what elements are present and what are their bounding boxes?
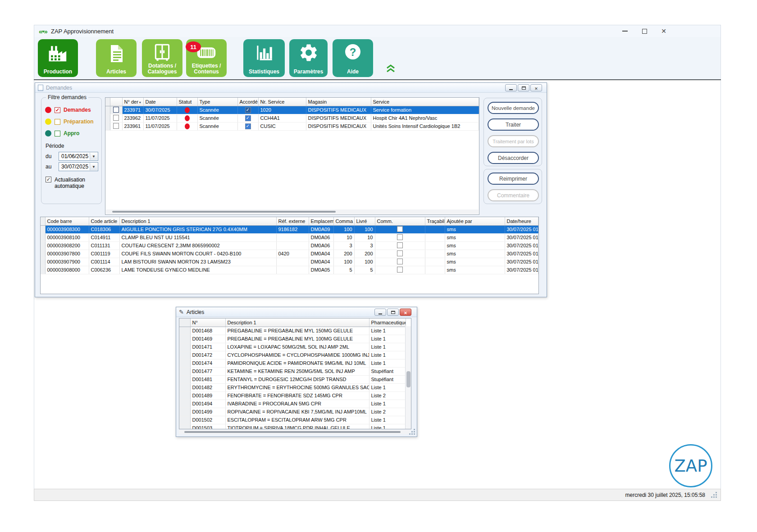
article-row[interactable]: D001472CYCLOPHOSPHAMIDE = CYCLOPHOSPHAMI… (179, 351, 406, 359)
column-header-num[interactable]: N° (190, 318, 225, 327)
column-header-date[interactable]: Date (143, 98, 177, 106)
column-header-cmd[interactable]: Comma (333, 217, 354, 225)
app-maximize-button[interactable] (638, 27, 651, 36)
detail-row[interactable]: 000003907800 C001119 COUPE FILS SWANN MO… (41, 250, 538, 258)
scrollbar-thumb[interactable] (406, 371, 410, 387)
comment-checkbox[interactable] (397, 226, 403, 232)
commentaire-button[interactable]: Commentaire (488, 189, 539, 201)
articles-maximize-button[interactable] (387, 309, 399, 316)
column-header-comm[interactable]: Comm. (375, 217, 425, 225)
app-close-button[interactable]: ✕ (657, 27, 670, 36)
request-row[interactable]: 233971 30/07/2025 Scannée 1020 DISPOSITI… (105, 106, 479, 114)
column-header-empl[interactable]: Emplacement r (309, 217, 333, 225)
column-header-barcode[interactable]: Code barre (45, 217, 89, 225)
articles-horizontal-scrollbar[interactable] (179, 430, 410, 434)
row-select-checkbox[interactable] (113, 115, 119, 121)
date-from-combobox[interactable]: 01/06/2025 ▼ (59, 152, 98, 161)
auto-refresh-checkbox[interactable] (46, 177, 51, 182)
nouvelle-demande-button[interactable]: Nouvelle demande (488, 102, 539, 114)
toolbar-button-aide[interactable]: ? Aide (333, 39, 373, 77)
appro-checkbox[interactable] (55, 131, 60, 136)
scrollbar-thumb[interactable] (112, 211, 336, 213)
app-minimize-button[interactable] (618, 27, 632, 36)
chevron-down-icon[interactable]: ▼ (90, 163, 97, 170)
toolbar-button-articles[interactable]: Articles (96, 39, 137, 77)
request-row[interactable]: 233961 11/07/2025 Scannée CUSIC DISPOSIT… (105, 122, 479, 130)
article-row[interactable]: D001474PAMIDRONIQUE ACIDE = PAMIDRONATE … (179, 359, 406, 367)
detail-row[interactable]: 000003908300 C018306 AIGUILLE PONCTION G… (41, 225, 538, 233)
traitement-par-lots-button[interactable]: Traitement par lots (488, 135, 539, 147)
request-row[interactable]: 233962 11/07/2025 Scannée CCH4A1 DISPOSI… (105, 114, 479, 122)
detail-row[interactable]: 000003907900 C001114 LAM BISTOURI SWANN … (41, 258, 538, 266)
detail-row[interactable]: 000003908200 C011131 COUTEAU CRESCENT 2,… (41, 241, 538, 250)
demandes-close-button[interactable] (530, 84, 542, 91)
article-row[interactable]: D001502ESCITALOPRAM = ESCITALOPRAM ARW 5… (179, 416, 406, 424)
column-header-select[interactable] (110, 98, 122, 106)
articles-vertical-scrollbar[interactable] (405, 326, 411, 429)
row-select-checkbox[interactable] (113, 123, 119, 129)
toolbar-button-statistiques[interactable]: Statistiques (243, 39, 285, 77)
article-row[interactable]: D001482ERYTHROMYCINE = ERYTHROCINE 500MG… (179, 383, 406, 391)
demandes-maximize-button[interactable] (518, 84, 529, 91)
detail-row[interactable]: 000003908000 C006236 LAME TONDEUSE GYNEC… (41, 266, 538, 274)
row-select-checkbox[interactable] (113, 107, 119, 113)
comment-checkbox[interactable] (397, 250, 403, 256)
articles-minimize-button[interactable] (374, 309, 386, 316)
column-header-ref[interactable]: Réf. externe (276, 217, 309, 225)
resize-grip[interactable] (414, 429, 415, 430)
resize-grip[interactable] (716, 492, 717, 493)
article-row[interactable]: D001471LOXAPINE = LOXAPAC 50MG/2ML SOL I… (179, 343, 406, 351)
reimprimer-button[interactable]: Reimprimer (488, 173, 539, 185)
column-header-desc[interactable]: Description 1 (119, 217, 276, 225)
column-header-trac[interactable]: Traçabilit (425, 217, 445, 225)
accorde-checkbox[interactable] (245, 123, 251, 129)
maximize-icon (522, 86, 526, 90)
collapse-toolbar-chevrons[interactable] (386, 64, 396, 75)
demandes-minimize-button[interactable] (505, 84, 517, 91)
column-header-ajoutee[interactable]: Ajoutée par (445, 217, 505, 225)
accorde-checkbox[interactable] (245, 115, 251, 121)
articles-close-button[interactable] (400, 309, 411, 316)
toolbar-button-production[interactable]: Production (38, 39, 78, 77)
column-header-statut[interactable]: Statut (177, 98, 197, 106)
requests-horizontal-scrollbar[interactable] (106, 209, 479, 214)
accorde-checkbox[interactable] (245, 107, 251, 113)
comment-checkbox[interactable] (397, 242, 403, 248)
column-header-desc[interactable]: Description 1 (225, 318, 369, 327)
column-header-code[interactable]: Code article (89, 217, 119, 225)
article-row[interactable]: D001499ROPIVACAINE = ROPIVACAINE KBI 7,5… (179, 408, 406, 416)
preparation-checkbox[interactable] (55, 119, 60, 125)
article-row[interactable]: D001468PREGABALINE = PREGABALINE MYL 150… (179, 327, 406, 335)
chevron-down-icon[interactable]: ▼ (90, 153, 97, 160)
article-row[interactable]: D001477KETAMINE = KETAMINE REN 250MG/5ML… (179, 367, 406, 375)
column-header-num[interactable]: N° der (122, 98, 143, 106)
articles-table: N° Description 1 Pharmaceutique D001468P… (179, 318, 411, 429)
comment-checkbox[interactable] (397, 234, 403, 240)
article-row[interactable]: D001503TIOTROPIUM = SPIRIVA 18MCG PDR IN… (179, 424, 406, 429)
date-to-combobox[interactable]: 30/07/2025 ▼ (59, 162, 98, 171)
column-header-accorde[interactable]: Accordé (237, 98, 258, 106)
article-row[interactable]: D001481FENTANYL = DUROGESIC 12MCG/H DISP… (179, 375, 406, 383)
toolbar-button-dotations[interactable]: Dotations / Catalogues (142, 39, 182, 77)
toolbar-button-parametres[interactable]: Paramètres (289, 39, 328, 77)
demandes-checkbox[interactable] (55, 107, 60, 113)
close-icon (404, 308, 407, 316)
column-header-livre[interactable]: Livré (354, 217, 375, 225)
detail-row[interactable]: 000003908100 C014911 CLAMP BLEU NST UU 1… (41, 233, 538, 241)
demandes-title-bar[interactable]: Demandes (35, 83, 547, 93)
au-label: au (46, 164, 51, 170)
traiter-button[interactable]: Traiter (488, 118, 539, 131)
column-header-type[interactable]: Type (197, 98, 237, 106)
column-header-pharma[interactable]: Pharmaceutique (369, 318, 406, 327)
desaccorder-button[interactable]: Désaccorder (488, 152, 539, 164)
article-row[interactable]: D001469PREGABALINE = PREGABALINE MYL 100… (179, 335, 406, 343)
column-header-magasin[interactable]: Magasin (306, 98, 371, 106)
column-header-service[interactable]: Service (371, 98, 479, 106)
column-header-date[interactable]: Date/heure (505, 217, 538, 225)
comment-checkbox[interactable] (397, 259, 403, 264)
article-row[interactable]: D001494IVABRADINE = PROCORALAN 5MG CPRLi… (179, 400, 406, 408)
scrollbar-thumb[interactable] (184, 431, 401, 433)
column-header-nr-service[interactable]: Nr. Service (258, 98, 306, 106)
comment-checkbox[interactable] (397, 267, 403, 273)
article-row[interactable]: D001489FENOFIBRATE = FENOFIBRATE SDZ 145… (179, 391, 406, 400)
